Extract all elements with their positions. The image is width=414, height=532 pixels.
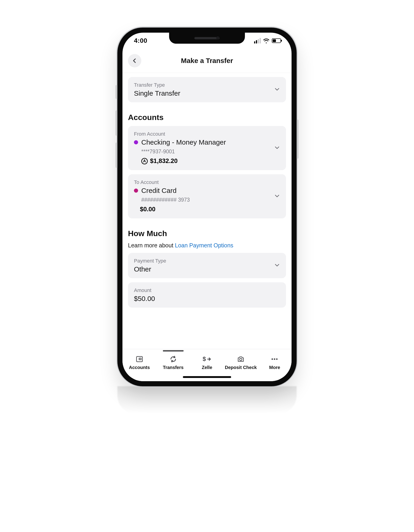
learn-more-row: Learn more about Loan Payment Options	[128, 242, 286, 249]
tab-bar: Accounts Transfers $ Zelle	[122, 349, 292, 381]
chevron-down-icon	[274, 86, 280, 93]
tab-accounts[interactable]: Accounts	[122, 351, 156, 381]
more-icon	[271, 355, 278, 363]
chevron-left-icon	[132, 58, 137, 63]
payment-type-value: Other	[134, 265, 280, 273]
home-indicator[interactable]	[183, 376, 231, 378]
tab-label: Accounts	[129, 365, 150, 370]
front-camera	[216, 36, 219, 39]
transfer-type-label: Transfer Type	[134, 82, 280, 88]
from-account-balance: $1,832.20	[150, 158, 178, 165]
speaker-grill	[194, 37, 220, 39]
loan-payment-options-link[interactable]: Loan Payment Options	[175, 242, 233, 248]
volume-down-button	[116, 142, 117, 168]
how-much-heading: How Much	[128, 229, 286, 238]
transfer-type-selector[interactable]: Transfer Type Single Transfer	[128, 77, 286, 102]
svg-rect-1	[139, 358, 141, 360]
to-account-masked: ############ 3973	[141, 197, 280, 203]
chevron-down-icon	[274, 145, 280, 152]
amount-value: $50.00	[134, 295, 280, 303]
transfers-icon	[169, 355, 177, 363]
battery-icon	[272, 38, 281, 43]
side-button	[116, 85, 117, 99]
from-account-name: Checking - Money Manager	[141, 138, 226, 146]
screen: 4:00	[122, 33, 292, 381]
tab-label: Transfers	[163, 365, 184, 370]
volume-up-button	[116, 110, 117, 136]
payment-type-label: Payment Type	[134, 258, 280, 264]
chevron-down-icon	[274, 193, 280, 200]
device-notch	[169, 33, 245, 44]
available-badge-icon: A	[141, 158, 148, 164]
to-account-label: To Account	[134, 179, 280, 185]
from-account-label: From Account	[134, 131, 280, 137]
to-account-selector[interactable]: To Account Credit Card ############ 3973…	[128, 174, 286, 218]
tab-label: Zelle	[202, 365, 212, 370]
zelle-icon: $	[203, 355, 211, 363]
power-button	[297, 120, 298, 159]
phone-frame: 4:00	[117, 28, 297, 386]
top-nav: Make a Transfer	[122, 49, 292, 73]
svg-text:$: $	[203, 356, 206, 362]
status-time: 4:00	[134, 37, 147, 44]
learn-more-prefix: Learn more about	[128, 242, 175, 248]
accounts-heading: Accounts	[128, 113, 286, 122]
amount-input[interactable]: Amount $50.00	[128, 282, 286, 308]
amount-label: Amount	[134, 287, 280, 293]
tab-label: Deposit Check	[225, 365, 257, 370]
svg-point-6	[276, 358, 278, 360]
payment-type-selector[interactable]: Payment Type Other	[128, 253, 286, 278]
account-color-dot	[134, 189, 138, 193]
from-account-masked: ****7937-9001	[141, 149, 280, 155]
content-scroll[interactable]: Transfer Type Single Transfer Accounts F…	[122, 73, 292, 349]
camera-icon	[237, 355, 245, 363]
accounts-icon	[136, 355, 143, 363]
tab-label: More	[269, 365, 280, 370]
svg-point-5	[274, 358, 276, 360]
from-account-selector[interactable]: From Account Checking - Money Manager **…	[128, 126, 286, 170]
back-button[interactable]	[128, 54, 141, 67]
to-account-balance: $0.00	[140, 206, 156, 213]
wifi-icon	[263, 38, 269, 43]
cellular-signal-icon	[254, 38, 261, 43]
account-color-dot	[134, 140, 138, 144]
transfer-type-value: Single Transfer	[134, 89, 280, 97]
svg-point-4	[272, 358, 273, 360]
page-title: Make a Transfer	[181, 57, 233, 65]
svg-point-3	[240, 358, 242, 361]
to-account-name: Credit Card	[141, 187, 176, 194]
reflection	[117, 386, 297, 414]
tab-more[interactable]: More	[258, 351, 292, 381]
chevron-down-icon	[274, 262, 280, 269]
